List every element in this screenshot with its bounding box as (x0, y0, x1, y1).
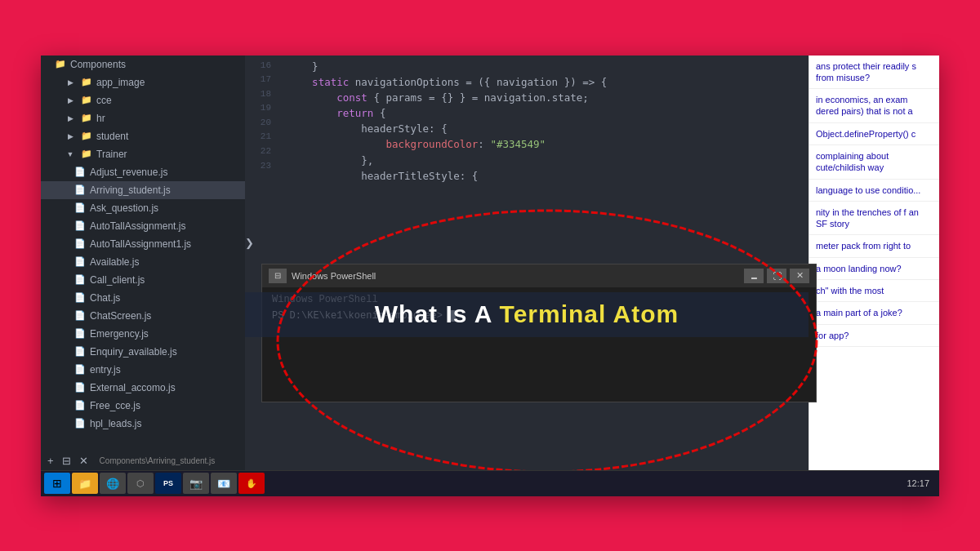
sidebar-item-hr[interactable]: ▶ 📁 hr (41, 109, 245, 127)
close-terminal-button[interactable]: ✕ (79, 455, 88, 467)
right-panel-text-10: for app? (816, 331, 849, 340)
sidebar-item-components[interactable]: 📁 Components (41, 56, 245, 73)
sidebar-item-label: Ask_question.js (90, 202, 158, 214)
folder-icon: 📁 (80, 76, 93, 89)
terminal-close-button[interactable]: ✕ (790, 269, 809, 283)
sidebar-item-label: Trainer (96, 149, 127, 160)
split-terminal-button[interactable]: ⊟ (62, 455, 71, 467)
taskbar-time: 12:17 (906, 478, 936, 488)
taskbar-start-button[interactable]: ⊞ (44, 473, 70, 494)
sidebar-item-label: student (96, 131, 128, 142)
folder-icon: 📁 (80, 130, 93, 143)
editor-layout: 📁 Components ▶ 📁 app_image ▶ 📁 cce ▶ 📁 h… (41, 56, 939, 496)
file-icon: 📄 (74, 309, 87, 322)
right-panel-text-3: complaining about cute/childish way (816, 151, 889, 172)
taskbar-ps-button[interactable]: PS (155, 473, 181, 494)
code-line-16: } (287, 59, 799, 74)
sidebar-item-chatscreen[interactable]: 📄 ChatScreen.js (41, 307, 245, 325)
terminal-titlebar: ⊟ Windows PowerShell 🗕 ⛶ ✕ (262, 264, 816, 287)
sidebar-item-trainer[interactable]: ▼ 📁 Trainer (41, 145, 245, 163)
sidebar-item-cce[interactable]: ▶ 📁 cce (41, 91, 245, 109)
sidebar-item-available[interactable]: 📄 Available.js (41, 253, 245, 271)
right-panel-item-7[interactable]: a moon landing now? (809, 258, 939, 280)
sidebar-item-ask-question[interactable]: 📄 Ask_question.js (41, 199, 245, 217)
code-line-17: static navigationOptions = ({ navigation… (287, 74, 799, 90)
taskbar-atom-button[interactable]: ⬡ (127, 473, 154, 494)
sidebar-item-call-client[interactable]: 📄 Call_client.js (41, 271, 245, 289)
file-icon: 📄 (74, 417, 87, 430)
sidebar-item-entry[interactable]: 📄 entry.js (41, 361, 245, 379)
line-num-19: 19 (245, 101, 271, 116)
right-panel-item-3[interactable]: complaining about cute/childish way (809, 145, 939, 180)
sidebar-item-label: Enquiry_available.js (90, 346, 177, 358)
right-panel-text-6: meter pack from right to (816, 241, 911, 251)
right-panel-item-10[interactable]: for app? (809, 325, 939, 347)
file-icon: 📄 (74, 202, 87, 215)
taskbar-extra3-button[interactable]: ✋ (238, 473, 265, 494)
arrow-icon: ▼ (64, 148, 77, 161)
line-num-17: 17 (245, 73, 271, 87)
sidebar-item-emergency[interactable]: 📄 Emergency.js (41, 325, 245, 343)
file-icon: 📄 (74, 381, 87, 394)
file-icon: 📄 (74, 291, 87, 304)
file-icon: 📄 (74, 399, 87, 412)
title-part1: What Is A (375, 300, 500, 327)
sidebar-item-label: Adjust_revenue.js (90, 167, 167, 178)
taskbar-extra1-button[interactable]: 📷 (183, 473, 209, 494)
right-panel-text-2: Object.defineProperty() c (816, 129, 915, 139)
folder-icon: 📁 (80, 148, 93, 161)
terminal-minimize-button[interactable]: 🗕 (744, 269, 764, 283)
sidebar-item-label: Components (70, 59, 126, 70)
right-panel-item-4[interactable]: language to use conditio... (809, 180, 939, 202)
sidebar-item-label: Call_client.js (90, 274, 145, 286)
line-num-23: 23 (245, 159, 271, 174)
sidebar-item-label: AutoTallAssignment1.js (90, 238, 191, 250)
right-panel-item-8[interactable]: ch" with the most (809, 280, 939, 302)
right-panel-text-0: ans protect their readily s from misuse? (816, 61, 916, 82)
page-wrapper: 📁 Components ▶ 📁 app_image ▶ 📁 cce ▶ 📁 h… (0, 0, 980, 551)
right-panel-item-2[interactable]: Object.defineProperty() c (809, 123, 939, 145)
right-panel-text-7: a moon landing now? (816, 264, 902, 273)
sidebar-item-arriving-student[interactable]: 📄 Arriving_student.js (41, 181, 245, 199)
file-icon: 📄 (74, 345, 87, 358)
sidebar-item-autotallassignment[interactable]: 📄 AutoTallAssignment.js (41, 217, 245, 235)
folder-icon: 📁 (80, 112, 93, 125)
file-icon: 📄 (74, 363, 87, 376)
sidebar-item-label: Chat.js (90, 292, 120, 304)
sidebar-item-student[interactable]: ▶ 📁 student (41, 127, 245, 145)
sidebar-item-label: Free_cce.js (90, 400, 140, 411)
right-panel-item-1[interactable]: in economics, an exam dered pairs) that … (809, 89, 939, 123)
sidebar-item-hpl-leads[interactable]: 📄 hpl_leads.js (41, 415, 245, 433)
sidebar-item-label: Arriving_student.js (90, 184, 171, 196)
file-icon: 📄 (74, 184, 87, 197)
code-arrow: ❯ (245, 237, 254, 249)
taskbar-explorer-button[interactable]: 📁 (72, 473, 98, 494)
add-terminal-button[interactable]: + (47, 455, 54, 467)
sidebar-item-chat[interactable]: 📄 Chat.js (41, 289, 245, 307)
terminal-maximize-button[interactable]: ⛶ (767, 269, 786, 283)
sidebar-bottom-bar: + ⊟ ✕ Components\Arriving_student.js (41, 452, 245, 470)
right-panel-text-5: nity in the trenches of f an SF story (816, 207, 919, 229)
terminal-title-text: Windows PowerShell (292, 271, 376, 281)
line-num-16: 16 (245, 59, 271, 73)
file-icon: 📄 (74, 327, 87, 340)
sidebar-item-label: ChatScreen.js (90, 310, 151, 322)
sidebar-item-adjust-revenue[interactable]: 📄 Adjust_revenue.js (41, 163, 245, 181)
right-panel-item-5[interactable]: nity in the trenches of f an SF story (809, 202, 939, 236)
taskbar-chrome-button[interactable]: 🌐 (100, 473, 126, 494)
right-panel-item-9[interactable]: a main part of a joke? (809, 302, 939, 324)
right-panel-text-9: a main part of a joke? (816, 308, 902, 318)
sidebar-item-app-image[interactable]: ▶ 📁 app_image (41, 73, 245, 91)
sidebar-item-free-cce[interactable]: 📄 Free_cce.js (41, 397, 245, 415)
sidebar-item-enquiry-available[interactable]: 📄 Enquiry_available.js (41, 343, 245, 361)
breadcrumb: Components\Arriving_student.js (100, 456, 216, 465)
right-panel-item-0[interactable]: ans protect their readily s from misuse? (809, 56, 939, 90)
right-panel-item-6[interactable]: meter pack from right to (809, 235, 939, 257)
sidebar-item-autotallassignment1[interactable]: 📄 AutoTallAssignment1.js (41, 235, 245, 253)
terminal-title-left: ⊟ Windows PowerShell (269, 269, 376, 283)
sidebar-item-external-accomo[interactable]: 📄 External_accomo.js (41, 379, 245, 397)
code-line-18: const { params = {} } = navigation.state… (287, 90, 799, 105)
taskbar-extra2-button[interactable]: 📧 (211, 473, 237, 494)
code-line-21: backgroundColor: "#334549" (287, 136, 799, 152)
taskbar: ⊞ 📁 🌐 ⬡ PS 📷 📧 ✋ 12:17 (41, 470, 939, 496)
